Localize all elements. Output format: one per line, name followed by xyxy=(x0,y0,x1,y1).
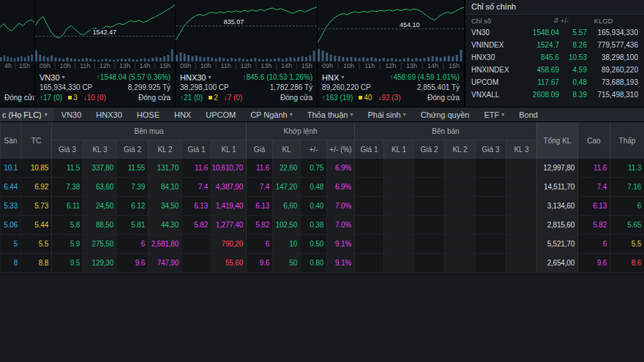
tab-vn30[interactable]: VN30 xyxy=(54,108,89,121)
board-cell: 6.44 xyxy=(0,178,20,196)
axis-separator: | xyxy=(134,62,135,69)
board-cell: 24,50 xyxy=(83,197,116,215)
decliners-count: ↓10 (0) xyxy=(83,94,106,102)
tab-label: UPCOM xyxy=(206,110,236,119)
tab-chứng-quyền[interactable]: Chứng quyền xyxy=(413,108,477,121)
board-row[interactable]: 10.110.8511.5337,8011.55131,7011.610,610… xyxy=(0,159,644,178)
board-cell xyxy=(383,216,413,234)
board-row[interactable]: 5.335.736.1124,506.1234,506.131,419,406.… xyxy=(0,197,644,216)
tab-hose[interactable]: HOSE xyxy=(130,108,167,121)
chart-info: VN30▾↑1548.04 (5.57 0.36%)165,934,330 CP… xyxy=(35,70,175,103)
time-label: 11h xyxy=(364,62,375,69)
axis-separator: | xyxy=(443,62,444,69)
board-cell: 12,997,80 xyxy=(536,159,577,177)
board-cell xyxy=(444,235,475,253)
time-label: 09h xyxy=(40,62,50,69)
board-row[interactable]: 88.89.5129,309.6747,9055,609.6500.809.1%… xyxy=(0,254,644,273)
board-cell: 0.38 xyxy=(300,216,326,234)
board-cell xyxy=(444,254,475,272)
board-cell: 11.6 xyxy=(246,159,272,177)
chart-info: HNX30▾↑845.6 (10.53 1.26%)38,298,100 CP1… xyxy=(176,70,317,103)
board-cell xyxy=(383,178,413,196)
index-row[interactable]: HNX30845.610.5338,298,100 xyxy=(465,51,644,64)
price-board-body: 10.110.8511.5337,8011.55131,7011.610,610… xyxy=(0,159,644,273)
time-label: 12h xyxy=(241,62,252,69)
board-cell xyxy=(181,235,211,253)
board-cell: 747,90 xyxy=(148,254,181,272)
board-cell: 7.16 xyxy=(610,178,644,196)
board-row[interactable]: 5.065.445.888,505.8144,305.821,277,405.8… xyxy=(0,216,644,235)
chart-info-line3: ↑21 (0)2↓7 (0)Đóng cửa xyxy=(180,92,312,103)
time-label: 10h xyxy=(343,62,354,69)
board-cell: 5.82 xyxy=(246,216,272,234)
traded-value: 2,855.401 Tỷ xyxy=(417,83,460,91)
index-klgd: 165,934,330 xyxy=(587,29,638,37)
traded-value: 1,782.286 Tỷ xyxy=(270,83,312,91)
board-cell: 7.4 xyxy=(246,178,272,196)
board-cell: 8 xyxy=(0,254,20,272)
watchlist-selector[interactable]: c (Họ FLC) ▾ xyxy=(0,108,54,121)
axis-separator: | xyxy=(54,62,56,69)
board-col-header: +/- xyxy=(300,140,326,159)
index-selector[interactable]: VN30▾ xyxy=(40,73,65,82)
chart-info-line3: Đóng cửa xyxy=(4,92,30,103)
index-row[interactable]: VNINDEX1524.78.26779,577,436 xyxy=(465,39,644,51)
col-header-index-name: Chỉ số xyxy=(471,17,515,25)
time-label: 11h xyxy=(80,62,90,69)
index-selector[interactable]: HNX▾ xyxy=(322,73,344,82)
market-status: Đóng cửa xyxy=(427,94,460,102)
board-cell: 10,610,70 xyxy=(211,159,246,177)
board-col-header: KL 3 xyxy=(83,140,116,159)
index-change: 10.53 xyxy=(559,53,587,61)
sort-arrows-icon[interactable]: ⇵ xyxy=(553,17,559,24)
board-cell: 6.92 xyxy=(20,178,51,196)
board-cell: 6.13 xyxy=(577,197,610,215)
board-cell xyxy=(413,235,444,253)
tab-cp-ngành[interactable]: CP Ngành▾ xyxy=(243,108,300,121)
board-col-header: TC xyxy=(20,122,51,159)
time-axis: 09h|10h|11h|12h|13h|14h|15h xyxy=(176,61,317,70)
tab-etf[interactable]: ETF▾ xyxy=(476,108,512,121)
col-header-klgd: KLGD xyxy=(569,17,638,25)
sparkline-chart: 1542.47 xyxy=(35,0,175,61)
board-cell: 5.82 xyxy=(181,216,211,234)
tab-thỏa-thuận[interactable]: Thỏa thuận▾ xyxy=(300,108,361,121)
index-row[interactable]: VNXALL2608.098.39715,498,310 xyxy=(465,88,644,101)
index-selector[interactable]: HNX30▾ xyxy=(180,73,211,82)
board-cell: 790,20 xyxy=(211,235,246,253)
board-col-header: KL 1 xyxy=(383,140,413,159)
board-cell: 10 xyxy=(272,235,300,253)
tab-upcom[interactable]: UPCOM xyxy=(198,108,243,121)
chart-panel-partial: 4h|15hĐóng cửa xyxy=(0,0,35,107)
tab-bond[interactable]: Bond xyxy=(512,108,545,121)
tab-phái-sinh[interactable]: Phái sinh▾ xyxy=(360,108,413,121)
index-row[interactable]: HNXINDEX458.694.5989,260,220 xyxy=(465,64,644,76)
board-cell: 6,60 xyxy=(272,197,300,215)
chart-info-line2: 165,934,330 CP8,299.925 Tỷ xyxy=(40,83,171,92)
index-value: 1524.7 xyxy=(521,41,559,49)
index-row[interactable]: VN301548.045.57165,934,330 xyxy=(465,26,644,39)
board-cell xyxy=(506,197,536,215)
board-col-header: Tổng KL xyxy=(536,122,577,159)
board-cell: 131,70 xyxy=(148,159,181,177)
board-cell: 5.73 xyxy=(20,197,51,215)
board-group-header: Bên mua xyxy=(51,122,246,140)
chevron-down-icon: ▾ xyxy=(501,111,504,118)
tab-hnx[interactable]: HNX xyxy=(167,108,198,121)
tab-hnx30[interactable]: HNX30 xyxy=(89,108,129,121)
index-sparkline xyxy=(35,0,175,61)
board-row[interactable]: 6.446.927.3863,607.3984,107.44,387,907.4… xyxy=(0,178,644,197)
board-col-header: KL 2 xyxy=(444,140,475,159)
board-cell: 7.0% xyxy=(326,197,354,215)
board-cell: 6 xyxy=(577,235,610,253)
board-cell: 6.9% xyxy=(326,178,354,196)
price-board-header: SànTCBên muaGiá 3KL 3Giá 2KL 2Giá 1KL 1K… xyxy=(0,122,644,159)
index-row[interactable]: UPCOM117.670.4873,688,193 xyxy=(465,76,644,88)
board-cell xyxy=(444,197,475,215)
index-value: 117.67 xyxy=(521,78,559,86)
board-row[interactable]: 55.55.9275,5062,581,80790,206100.509.1%5… xyxy=(0,235,644,254)
board-col-header: Sàn xyxy=(0,122,20,159)
board-cell xyxy=(413,216,444,234)
main-index-panel: Chỉ số chính Chỉ số ⇵ +/- KLGD VN301548.… xyxy=(465,0,644,107)
board-cell: 0.80 xyxy=(300,254,326,272)
